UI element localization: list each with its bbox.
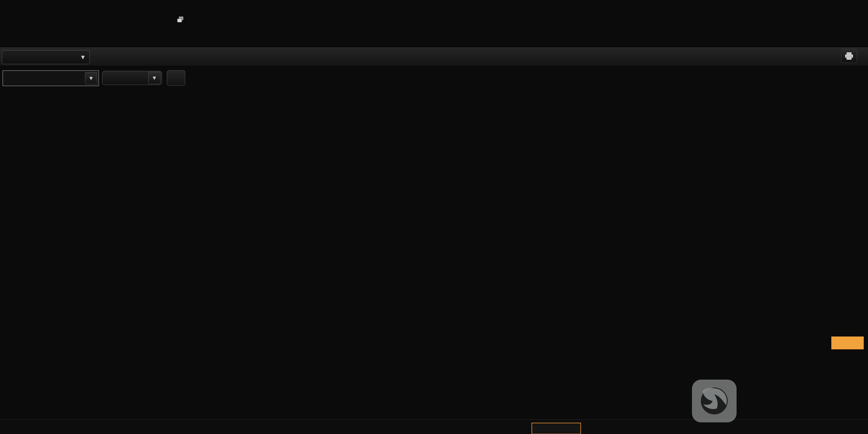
symbol-dropdown-button[interactable]: ▼ bbox=[85, 72, 97, 84]
templates-dropdown[interactable]: ▼ bbox=[2, 50, 90, 64]
chevron-down-icon: ▼ bbox=[80, 54, 86, 61]
symbol-selector[interactable]: ▼ bbox=[2, 70, 99, 86]
last-price-badge bbox=[831, 337, 864, 349]
interval-dropdown-button[interactable]: ▼ bbox=[148, 72, 160, 84]
chevron-down-icon: ▼ bbox=[152, 75, 157, 81]
interval-selector[interactable]: ▼ bbox=[102, 71, 162, 85]
chevron-down-icon: ▼ bbox=[88, 75, 94, 82]
template-row bbox=[0, 48, 868, 66]
window-icon[interactable] bbox=[177, 16, 185, 25]
printer-icon bbox=[844, 52, 854, 60]
add-series-button[interactable] bbox=[167, 70, 185, 86]
selected-date-box bbox=[531, 423, 581, 434]
print-button[interactable] bbox=[841, 49, 857, 63]
